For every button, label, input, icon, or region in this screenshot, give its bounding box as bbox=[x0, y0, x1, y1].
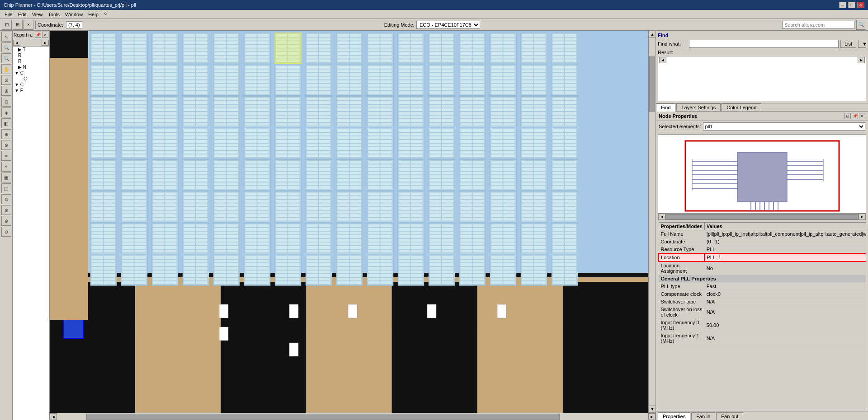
sidebar-close[interactable]: × bbox=[42, 32, 48, 38]
preview-scroll-right[interactable]: ► bbox=[859, 214, 866, 220]
h-scroll-thumb[interactable] bbox=[86, 414, 559, 420]
scroll-down-btn[interactable]: ▼ bbox=[649, 406, 656, 413]
coordinate-value: (7, 4) bbox=[66, 21, 82, 28]
altera-search-input[interactable] bbox=[782, 21, 854, 29]
preview-hscroll[interactable]: ◄ ► bbox=[658, 213, 866, 219]
table-row: Compensate clockclock0 bbox=[659, 290, 866, 298]
h-scroll-track[interactable] bbox=[57, 413, 648, 420]
result-scroll-left[interactable]: ◄ bbox=[659, 57, 666, 63]
toolbar-btn-2[interactable]: ⊞ bbox=[13, 20, 23, 30]
table-row: PLL typeFast bbox=[659, 283, 866, 290]
node-props-close[interactable]: × bbox=[859, 113, 865, 119]
tree-item-1[interactable]: R bbox=[13, 52, 49, 58]
node-props-title: Node Properties bbox=[659, 113, 697, 119]
toolbar-btn-3[interactable]: × bbox=[24, 20, 33, 30]
tab-fan-out[interactable]: Fan-out bbox=[716, 412, 743, 420]
node-props-pin[interactable]: 📌 bbox=[852, 113, 858, 119]
find-what-input[interactable] bbox=[689, 40, 839, 48]
tree-item-5[interactable]: C bbox=[13, 76, 49, 82]
tool-7[interactable]: ✏ bbox=[1, 151, 11, 161]
selected-elements-select[interactable]: pll1 bbox=[703, 122, 865, 131]
minimize-button[interactable]: ─ bbox=[839, 2, 846, 8]
prop-name: Compensate clock bbox=[659, 290, 704, 298]
preview-scroll-track[interactable] bbox=[665, 214, 859, 219]
prop-name: Location Assignment bbox=[659, 261, 704, 275]
tab-properties[interactable]: Properties bbox=[658, 412, 690, 420]
find-what-label: Find what: bbox=[658, 41, 687, 47]
vertical-scrollbar[interactable]: ▲ ▼ bbox=[648, 31, 656, 413]
selected-elements-label: Selected elements: bbox=[659, 124, 701, 129]
tool-zoom-out[interactable]: 🔍 bbox=[1, 53, 11, 63]
tree-item-0[interactable]: ▶ T bbox=[13, 47, 49, 52]
tool-6[interactable]: ⊗ bbox=[1, 140, 11, 150]
menu-window[interactable]: Window bbox=[62, 11, 85, 18]
tool-5[interactable]: ⊕ bbox=[1, 129, 11, 139]
find-panel-title: Find bbox=[658, 33, 866, 38]
pll-preview-container: ◄ ► bbox=[658, 135, 866, 219]
tool-fit[interactable]: ⊡ bbox=[1, 75, 11, 85]
tool-1[interactable]: ⊞ bbox=[1, 86, 11, 96]
tool-8[interactable]: ⌖ bbox=[1, 162, 11, 172]
app-title: Chip Planner - C:/Users/Sure/Desktop/pll… bbox=[4, 2, 136, 8]
v-scroll-thumb[interactable] bbox=[649, 56, 655, 112]
menu-help[interactable]: Help bbox=[85, 11, 101, 18]
close-button[interactable]: ✕ bbox=[857, 2, 864, 8]
sidebar-scroll-right[interactable]: ► bbox=[42, 40, 49, 46]
tool-12[interactable]: ⊛ bbox=[1, 205, 11, 215]
tree-item-3[interactable]: ▶ N bbox=[13, 64, 49, 70]
preview-scroll-thumb[interactable] bbox=[665, 214, 859, 219]
restore-button[interactable]: □ bbox=[848, 2, 855, 8]
menu-tools[interactable]: Tools bbox=[45, 11, 62, 18]
preview-scroll-left[interactable]: ◄ bbox=[658, 214, 665, 220]
tool-11[interactable]: ⊚ bbox=[1, 194, 11, 204]
prop-name: Switchover type bbox=[659, 298, 704, 306]
scroll-right-btn[interactable]: ► bbox=[648, 413, 656, 420]
left-tools: ↖ 🔍 🔍 ✋ ⊡ ⊞ ⊟ ◈ ◧ ⊕ ⊗ ✏ ⌖ ▦ ◫ ⊚ ⊛ ⊜ ⊝ bbox=[0, 31, 13, 420]
tool-10[interactable]: ◫ bbox=[1, 183, 11, 193]
menu-file[interactable]: File bbox=[2, 11, 15, 18]
altera-search-button[interactable]: 🔍 bbox=[856, 20, 866, 30]
prop-value: Fast bbox=[704, 283, 866, 290]
tool-13[interactable]: ⊜ bbox=[1, 216, 11, 226]
menu-view[interactable]: View bbox=[29, 11, 46, 18]
tree-item-4[interactable]: ▼ C bbox=[13, 70, 49, 76]
sidebar-title: Report n... bbox=[14, 33, 35, 37]
tab-fan-in[interactable]: Fan-in bbox=[691, 412, 715, 420]
editing-mode-select[interactable]: ECO - EP4CE10F17C8 bbox=[416, 21, 480, 29]
tab-color-legend[interactable]: Color Legend bbox=[722, 103, 761, 111]
tool-pan[interactable]: ✋ bbox=[1, 64, 11, 74]
sidebar-pin[interactable]: 📌 bbox=[35, 32, 41, 38]
table-row: Switchover typeN/A bbox=[659, 298, 866, 306]
tool-2[interactable]: ⊟ bbox=[1, 97, 11, 107]
tool-3[interactable]: ◈ bbox=[1, 107, 11, 117]
tree-item-2[interactable]: R bbox=[13, 58, 49, 64]
chip-canvas[interactable] bbox=[50, 31, 648, 413]
list-button[interactable]: List bbox=[840, 40, 856, 48]
chip-canvas-element[interactable] bbox=[50, 31, 648, 413]
list-dropdown[interactable]: ▼ bbox=[858, 40, 866, 48]
tab-find[interactable]: Find bbox=[656, 103, 675, 112]
tool-14[interactable]: ⊝ bbox=[1, 227, 11, 237]
menu-edit[interactable]: Edit bbox=[15, 11, 29, 18]
tool-zoom-in[interactable]: 🔍 bbox=[1, 42, 11, 52]
tool-4[interactable]: ◧ bbox=[1, 118, 11, 128]
table-row: Input frequency 1 (MHz)N/A bbox=[659, 332, 866, 345]
node-props-float[interactable]: ⊡ bbox=[844, 113, 851, 119]
result-scroll-right[interactable]: ► bbox=[858, 57, 865, 63]
scroll-up-btn[interactable]: ▲ bbox=[649, 31, 656, 38]
horizontal-scrollbar[interactable]: ◄ ► bbox=[50, 413, 656, 420]
sidebar-header: Report n... 📌 × bbox=[13, 31, 49, 39]
menu-bar: File Edit View Tools Window Help ? bbox=[0, 10, 868, 19]
sidebar-scroll-left[interactable]: ◄ bbox=[13, 40, 20, 46]
prop-value: No bbox=[704, 261, 866, 275]
toolbar-btn-1[interactable]: ⊡ bbox=[2, 20, 12, 30]
menu-help-icon[interactable]: ? bbox=[101, 11, 109, 18]
scroll-left-btn[interactable]: ◄ bbox=[50, 413, 57, 420]
tree-item-7[interactable]: ▼ F bbox=[13, 88, 49, 93]
tree-item-6[interactable]: ▼ C bbox=[13, 82, 49, 88]
tool-9[interactable]: ▦ bbox=[1, 173, 11, 182]
tool-select[interactable]: ↖ bbox=[1, 32, 11, 42]
tab-layers-settings[interactable]: Layers Settings bbox=[676, 103, 721, 111]
table-row: Full Name|pll|pll_ip:pll_ip_inst|altpll:… bbox=[659, 230, 866, 238]
prop-value[interactable]: PLL_1 bbox=[704, 253, 866, 261]
